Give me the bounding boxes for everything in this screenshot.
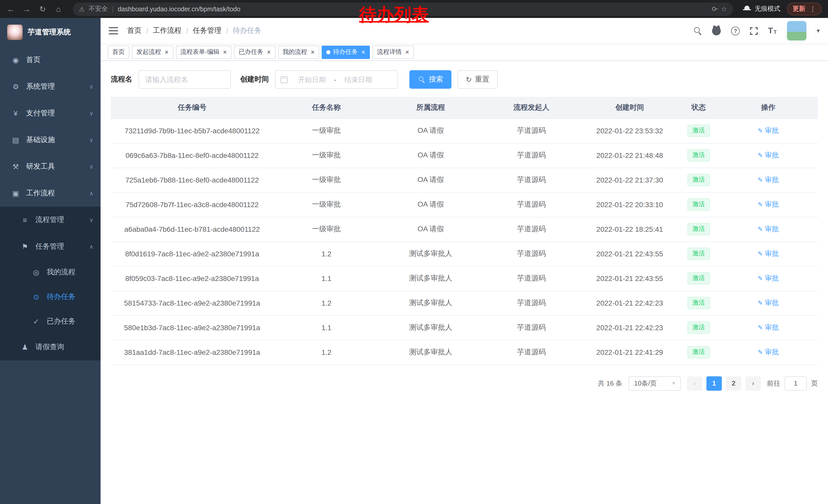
approve-link[interactable]: ✎审批 — [758, 299, 779, 308]
tab-close-icon[interactable]: × — [362, 49, 365, 55]
cell-actions: ✎审批 — [719, 192, 818, 217]
sidebar-item-process-mgmt[interactable]: ≡ 流程管理 ∨ — [0, 207, 100, 233]
sidebar-item-my-process[interactable]: ◎ 我的流程 — [0, 260, 100, 284]
home-icon[interactable]: ⌂ — [54, 5, 63, 13]
bookmark-star-icon[interactable]: ☆ — [721, 5, 727, 13]
tab-item[interactable]: 流程表单-编辑× — [176, 45, 232, 59]
cell-process: OA 请假 — [379, 168, 482, 192]
breadcrumb-item[interactable]: 首页 — [127, 26, 141, 35]
sidebar-item-label: 研发工具 — [26, 162, 55, 171]
cell-created: 2022-01-22 18:25:41 — [581, 217, 678, 241]
sidebar-item-done-tasks[interactable]: ✓ 已办任务 — [0, 309, 100, 334]
sidebar-item-todo-tasks[interactable]: ⊙ 待办任务 — [0, 284, 100, 309]
user-avatar[interactable] — [787, 21, 806, 41]
status-badge: 激活 — [688, 321, 710, 333]
process-name-input[interactable] — [138, 70, 231, 89]
tab-label: 待办任务 — [333, 48, 358, 56]
chevron-down-icon: ∨ — [89, 110, 93, 117]
tab-close-icon[interactable]: × — [311, 49, 315, 55]
table-row: 580e1b3d-7ac8-11ec-a9e2-a2380e71991a1.1测… — [111, 315, 818, 340]
table-row: 381aa1dd-7ac8-11ec-a9e2-a2380e71991a1.2测… — [111, 340, 818, 365]
date-range-picker[interactable]: - — [275, 70, 398, 89]
cell-process: 测试多审批人 — [379, 315, 482, 340]
sidebar-item-infrastructure[interactable]: ▤ 基础设施 ∨ — [0, 127, 100, 153]
tab-close-icon[interactable]: × — [165, 49, 169, 55]
search-icon[interactable] — [694, 27, 702, 35]
approve-link[interactable]: ✎审批 — [758, 225, 779, 234]
approve-link[interactable]: ✎审批 — [758, 151, 779, 160]
reload-icon[interactable]: ↻ — [38, 4, 47, 13]
breadcrumb-item[interactable]: 工作流程 — [153, 26, 181, 35]
warning-icon: ⚠ — [79, 5, 85, 12]
tab-close-icon[interactable]: × — [405, 49, 409, 55]
sidebar-item-system-mgmt[interactable]: ⚙ 系统管理 ∨ — [0, 73, 100, 100]
tab-close-icon[interactable]: × — [267, 49, 271, 55]
fullscreen-icon[interactable] — [750, 27, 758, 35]
tab-item[interactable]: 首页 — [108, 45, 129, 59]
help-icon[interactable]: ? — [731, 27, 740, 35]
browser-menu-icon[interactable]: ⋮ — [810, 5, 816, 13]
app-logo[interactable]: 芋道管理系统 — [0, 18, 100, 47]
approve-link[interactable]: ✎审批 — [758, 323, 779, 332]
prev-page-button[interactable]: ‹ — [687, 376, 702, 391]
cell-status: 激活 — [678, 266, 719, 291]
cell-initiator: 芋道源码 — [482, 241, 581, 266]
table-row: 8f0d1619-7ac8-11ec-a9e2-a2380e71991a1.2测… — [111, 241, 818, 266]
back-icon[interactable]: ← — [6, 5, 15, 13]
tab-item[interactable]: 发起流程× — [132, 45, 173, 59]
cell-process: 测试多审批人 — [379, 340, 482, 365]
approve-link[interactable]: ✎审批 — [758, 348, 779, 357]
next-page-button[interactable]: › — [745, 376, 761, 391]
avatar-caret-icon[interactable]: ▾ — [817, 27, 820, 34]
page-number-button[interactable]: 2 — [726, 376, 741, 391]
incognito-badge: 无痕模式 — [743, 5, 780, 13]
password-key-icon[interactable]: ⚲ — [710, 6, 718, 11]
pagination: 共 16 条 10条/页 ▾ ‹ 1 2 › 前往 页 — [111, 376, 818, 391]
end-date-input[interactable] — [338, 76, 378, 83]
page-size-select[interactable]: 10条/页 ▾ — [628, 376, 681, 391]
approve-link[interactable]: ✎审批 — [758, 126, 779, 135]
sidebar-item-leave-query[interactable]: ♟ 请假查询 — [0, 334, 100, 360]
hamburger-icon[interactable] — [109, 27, 118, 34]
sidebar-item-payment-mgmt[interactable]: ¥ 支付管理 ∨ — [0, 100, 100, 127]
approve-link[interactable]: ✎审批 — [758, 274, 779, 283]
sidebar-item-label: 工作流程 — [26, 189, 55, 198]
table-row: 069c6a63-7b8a-11ec-8ef0-acde48001122一级审批… — [111, 143, 818, 168]
cell-created: 2022-01-21 22:41:29 — [581, 340, 678, 365]
approve-link[interactable]: ✎审批 — [758, 200, 779, 209]
tab-item[interactable]: 我的流程× — [278, 45, 319, 59]
github-icon[interactable] — [712, 27, 721, 35]
forward-icon[interactable]: → — [22, 5, 31, 13]
sidebar-item-label: 基础设施 — [26, 135, 55, 145]
tab-close-icon[interactable]: × — [223, 49, 227, 55]
cell-created: 2022-01-21 22:42:23 — [581, 315, 678, 340]
sidebar-item-task-mgmt[interactable]: ⚑ 任务管理 ∧ — [0, 233, 100, 260]
search-button[interactable]: 搜索 — [409, 70, 451, 89]
tab-item[interactable]: 待办任务× — [322, 45, 370, 59]
cell-initiator: 芋道源码 — [482, 217, 581, 241]
approve-link[interactable]: ✎审批 — [758, 249, 779, 259]
sidebar-item-home[interactable]: ◉ 首页 — [0, 47, 100, 73]
breadcrumb-item[interactable]: 任务管理 — [193, 26, 222, 35]
sidebar-item-label: 任务管理 — [35, 242, 64, 251]
tab-item[interactable]: 已办任务× — [234, 45, 275, 59]
cell-created: 2022-01-22 21:48:48 — [581, 143, 678, 168]
update-button[interactable]: 更新 ⋮ — [787, 3, 822, 15]
approve-link[interactable]: ✎审批 — [758, 175, 779, 185]
tab-item[interactable]: 流程详情× — [372, 45, 414, 59]
tab-label: 已办任务 — [239, 48, 263, 56]
page-number-button[interactable]: 1 — [706, 376, 722, 391]
goto-page-input[interactable] — [784, 376, 807, 391]
cell-status: 激活 — [678, 192, 719, 217]
cell-initiator: 芋道源码 — [482, 192, 581, 217]
start-date-input[interactable] — [292, 76, 332, 83]
sidebar-item-workflow[interactable]: ▣ 工作流程 ∧ — [0, 180, 100, 207]
font-size-icon[interactable]: T T — [768, 27, 777, 35]
cell-initiator: 芋道源码 — [482, 315, 581, 340]
table-header-row: 任务编号 任务名称 所属流程 流程发起人 创建时间 状态 操作 — [111, 97, 818, 119]
grid-icon: ▤ — [11, 136, 20, 144]
sidebar-item-dev-tools[interactable]: ⚒ 研发工具 ∨ — [0, 153, 100, 180]
goto-label: 前往 — [767, 379, 780, 388]
reset-button[interactable]: ↻ 重置 — [458, 70, 497, 89]
flag-icon: ⚑ — [20, 242, 29, 251]
